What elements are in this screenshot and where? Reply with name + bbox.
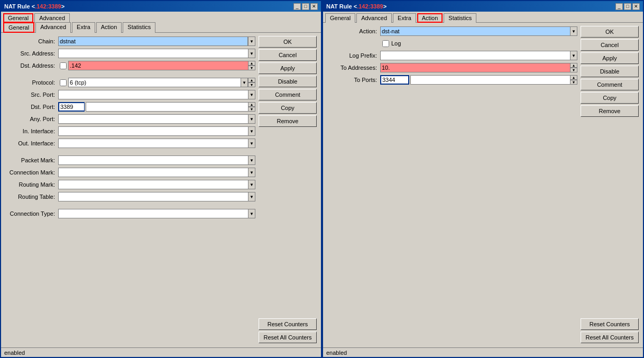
protocol-input[interactable] [68,78,241,87]
dst-port-up-btn[interactable]: ▲ [248,102,255,107]
to-ports-arrows: ▲ ▼ [570,75,577,85]
reset-all-counters-btn-1[interactable]: Reset All Counters [259,332,317,343]
to-ports-input[interactable] [380,75,409,85]
tab-advanced-2[interactable]: Advanced [356,13,392,23]
cancel-btn-2[interactable]: Cancel [581,39,639,51]
tab-advanced-vis-1[interactable]: Advanced [35,22,71,33]
dst-port-label: Dst. Port: [5,104,58,110]
remove-btn-1[interactable]: Remove [259,115,317,127]
connection-type-dropdown-btn[interactable]: ▼ [248,209,255,218]
to-addresses-down-btn[interactable]: ▼ [570,68,577,72]
routing-table-input[interactable] [58,192,248,201]
connection-type-wrapper: ▼ [58,209,255,218]
in-interface-dropdown-btn[interactable]: ▼ [248,126,255,136]
packet-mark-row: Packet Mark: ▼ [5,155,255,166]
routing-table-dropdown-btn[interactable]: ▼ [248,192,255,201]
to-ports-up-btn[interactable]: ▲ [570,75,577,80]
apply-btn-2[interactable]: Apply [581,52,639,64]
ok-btn-2[interactable]: OK [581,26,639,38]
tab-action-active-2[interactable]: Action [417,13,443,23]
maximize-btn-2[interactable]: □ [624,3,631,10]
protocol-down-btn[interactable]: ▼ [248,82,255,87]
dst-port-input[interactable] [58,102,85,112]
action-dropdown-btn[interactable]: ▼ [570,26,577,36]
comment-btn-2[interactable]: Comment [581,79,639,90]
dst-port-input2[interactable] [86,102,248,112]
connection-mark-input[interactable] [58,168,248,177]
comment-btn-1[interactable]: Comment [259,89,317,100]
connection-type-input[interactable] [58,209,248,218]
protocol-dropdown-btn[interactable]: ▼ [241,78,248,87]
to-ports-down-btn[interactable]: ▼ [570,80,577,85]
tab-extra-2[interactable]: Extra [393,13,416,23]
dst-address-down-btn[interactable]: ▼ [248,66,255,70]
to-addresses-input[interactable] [380,63,570,72]
disable-btn-2[interactable]: Disable [581,66,639,77]
remove-btn-2[interactable]: Remove [581,105,639,117]
close-btn-2[interactable]: ✕ [632,3,640,10]
to-ports-input2[interactable] [410,75,570,85]
in-interface-input[interactable] [58,126,248,136]
dst-address-checkbox[interactable] [60,62,67,69]
tab-action-vis-1[interactable]: Action [96,22,122,33]
packet-mark-dropdown-btn[interactable]: ▼ [248,155,255,165]
routing-mark-input[interactable] [58,180,248,189]
log-prefix-row: Log Prefix: ▼ [327,50,577,61]
packet-mark-input[interactable] [58,155,248,165]
any-port-input[interactable] [58,114,248,124]
src-address-row: Src. Address: ▼ [5,48,255,59]
copy-btn-1[interactable]: Copy [259,102,317,114]
tab-statistics-vis-1[interactable]: Statistics [123,22,155,33]
tab-general-active-1[interactable]: General [3,22,34,33]
dst-address-input[interactable] [68,61,248,70]
out-interface-dropdown-btn[interactable]: ▼ [248,139,255,148]
log-prefix-input[interactable] [380,51,570,60]
tab-statistics-2[interactable]: Statistics [444,13,476,23]
log-checkbox[interactable] [382,40,389,47]
log-label: Log [391,40,401,47]
action-input[interactable] [380,26,570,36]
out-interface-row: Out. Interface: ▼ [5,138,255,149]
cancel-btn-1[interactable]: Cancel [259,49,317,61]
routing-mark-dropdown-btn[interactable]: ▼ [248,180,255,189]
reset-counters-btn-2[interactable]: Reset Counters [581,318,639,330]
routing-table-label: Routing Table: [5,194,58,200]
reset-counters-btn-1[interactable]: Reset Counters [259,318,317,330]
to-addresses-up-btn[interactable]: ▲ [570,63,577,68]
dst-port-down-btn[interactable]: ▼ [248,107,255,112]
disable-btn-1[interactable]: Disable [259,76,317,87]
close-btn-1[interactable]: ✕ [310,3,318,10]
tab-general-2[interactable]: General [325,13,355,23]
maximize-btn-1[interactable]: □ [302,3,309,10]
out-interface-input[interactable] [58,139,248,148]
apply-btn-1[interactable]: Apply [259,62,317,74]
chain-dropdown-btn[interactable]: ▼ [248,36,255,46]
protocol-up-btn[interactable]: ▲ [248,78,255,82]
status-text-1: enabled [4,350,25,356]
src-port-dropdown-btn[interactable]: ▼ [248,90,255,99]
routing-mark-wrapper: ▼ [58,180,255,189]
window-body-2: Action: ▼ Log Log Prefix: ▼ [323,22,643,347]
to-ports-wrapper: ▲ ▼ [380,75,577,85]
protocol-checkbox[interactable] [60,79,67,86]
any-port-dropdown-btn[interactable]: ▼ [248,114,255,124]
copy-btn-2[interactable]: Copy [581,92,639,104]
minimize-btn-1[interactable]: _ [293,3,301,10]
window-body-1: Chain: dstnat ▼ Src. Address: ▼ Dst. Add… [1,32,321,347]
log-prefix-dropdown-btn[interactable]: ▼ [570,51,577,60]
minimize-btn-2[interactable]: _ [615,3,623,10]
dst-port-row: Dst. Port: ▲ ▼ [5,102,255,112]
connection-mark-dropdown-btn[interactable]: ▼ [248,168,255,177]
tab-advanced-1[interactable]: Advanced [34,13,70,23]
src-address-input[interactable] [58,49,248,58]
src-address-dropdown-btn[interactable]: ▼ [248,49,255,58]
reset-all-counters-btn-2[interactable]: Reset All Counters [581,332,639,343]
form-area-1: Chain: dstnat ▼ Src. Address: ▼ Dst. Add… [5,36,255,343]
chain-input[interactable]: dstnat [58,36,248,46]
tab-extra-vis-1[interactable]: Extra [72,22,95,33]
src-port-input[interactable] [58,90,248,99]
tab-general-1[interactable]: General [3,13,33,23]
chain-row: Chain: dstnat ▼ [5,36,255,47]
dst-address-up-btn[interactable]: ▲ [248,61,255,66]
ok-btn-1[interactable]: OK [259,36,317,48]
